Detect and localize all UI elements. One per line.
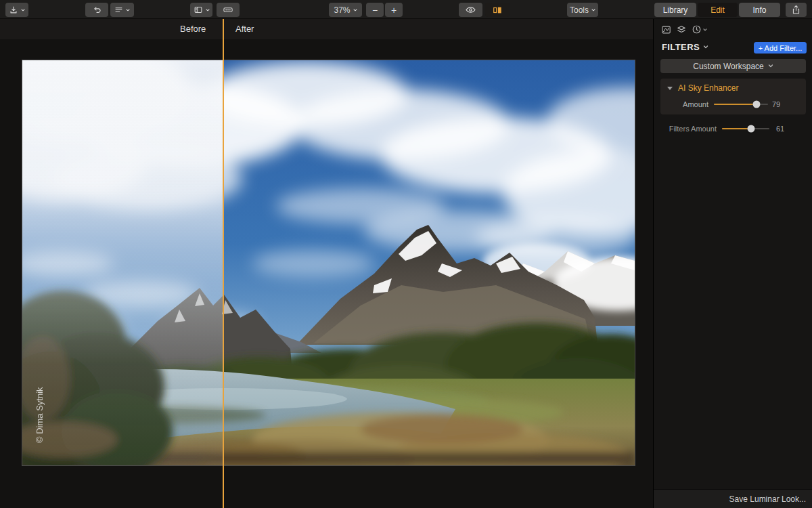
side-panel-toggle-button[interactable] <box>190 3 212 17</box>
before-after-compare-icon <box>492 5 503 15</box>
workspace-dropdown[interactable]: Custom Workspace <box>660 59 806 73</box>
history-button[interactable] <box>692 24 707 35</box>
histogram-button[interactable] <box>661 25 671 35</box>
tab-edit[interactable]: Edit <box>698 3 738 17</box>
sidebar-icon-row <box>661 24 707 35</box>
side-panel-toggle-icon <box>194 5 203 14</box>
filters-amount-value: 61 <box>776 125 784 133</box>
layers-button[interactable] <box>676 24 687 35</box>
top-toolbar: 37% − + Tools <box>0 0 812 19</box>
filters-amount-slider-handle[interactable] <box>747 125 754 133</box>
amount-label: Amount <box>660 100 708 108</box>
plus-icon: + <box>391 5 397 16</box>
photo-canvas[interactable]: © Dima Sytnik <box>22 60 635 465</box>
presets-button[interactable] <box>110 3 134 17</box>
tab-info-label: Info <box>752 5 766 15</box>
filter-title: AI Sky Enhancer <box>678 83 738 93</box>
chevron-down-icon <box>21 9 25 12</box>
filters-header-label: FILTERS <box>662 42 700 52</box>
presets-list-icon <box>114 5 123 14</box>
ai-sky-enhancer-header[interactable]: AI Sky Enhancer <box>660 83 738 93</box>
luminar-editor-window: 37% − + Tools <box>0 0 812 508</box>
filters-header[interactable]: FILTERS <box>662 42 708 52</box>
filmstrip-toggle-button[interactable] <box>217 3 240 17</box>
photo-credit: © Dima Sytnik <box>35 387 45 443</box>
share-icon <box>792 5 800 15</box>
undo-button[interactable] <box>85 3 108 17</box>
save-luminar-look-button[interactable]: Save Luminar Look... <box>729 494 806 504</box>
zoom-level-dropdown[interactable]: 37% <box>329 3 362 17</box>
chevron-down-icon <box>126 9 130 12</box>
before-label: Before <box>180 24 206 34</box>
export-icon <box>9 5 18 15</box>
tools-dropdown-button[interactable]: Tools <box>567 3 598 17</box>
chevron-down-icon <box>768 64 773 68</box>
amount-slider[interactable] <box>714 104 768 105</box>
history-clock-icon <box>692 24 702 35</box>
chevron-down-icon <box>703 45 708 49</box>
undo-arrow-icon <box>92 5 102 15</box>
share-button[interactable] <box>786 3 807 17</box>
amount-slider-handle[interactable] <box>753 101 761 108</box>
compare-toggle-button[interactable] <box>485 3 510 17</box>
preview-eye-icon <box>465 5 476 14</box>
workspace-label: Custom Workspace <box>693 62 763 71</box>
ai-sky-enhancer-panel: AI Sky Enhancer Amount 79 <box>660 79 806 114</box>
filmstrip-toggle-icon <box>223 5 233 14</box>
tab-library[interactable]: Library <box>654 3 696 17</box>
tab-info[interactable]: Info <box>739 3 780 17</box>
add-filter-button[interactable]: + Add Filter... <box>754 42 807 54</box>
filters-amount-slider[interactable] <box>722 128 769 129</box>
preview-eye-button[interactable] <box>459 3 482 17</box>
photo-illustration: © Dima Sytnik <box>22 60 635 465</box>
amount-slider-fill <box>714 104 757 105</box>
chevron-down-icon <box>591 9 595 12</box>
chevron-down-icon <box>353 9 357 12</box>
disclosure-triangle-icon[interactable] <box>667 87 673 90</box>
tab-edit-label: Edit <box>710 5 725 15</box>
before-wash-overlay <box>22 60 223 465</box>
tools-label: Tools <box>570 5 589 15</box>
before-after-strip: Before After <box>0 19 653 39</box>
after-label: After <box>235 24 254 34</box>
zoom-out-button[interactable]: − <box>366 3 384 17</box>
add-filter-label: + Add Filter... <box>759 44 803 52</box>
zoom-in-button[interactable]: + <box>385 3 403 17</box>
tab-library-label: Library <box>663 5 688 15</box>
filters-amount-row: Filters Amount 61 <box>654 124 812 133</box>
before-after-divider[interactable] <box>223 19 224 508</box>
edit-sidebar: FILTERS + Add Filter... Custom Workspace… <box>653 19 812 508</box>
chevron-down-icon <box>703 28 707 31</box>
chevron-down-icon <box>206 9 210 12</box>
export-button[interactable] <box>5 3 28 17</box>
zoom-level-value: 37% <box>334 5 350 15</box>
amount-value: 79 <box>772 100 780 108</box>
amount-slider-row: Amount 79 <box>660 100 806 109</box>
histogram-icon <box>661 25 671 35</box>
minus-icon: − <box>372 5 378 16</box>
layers-icon <box>676 24 687 35</box>
filters-amount-label: Filters Amount <box>659 125 717 133</box>
sidebar-footer: Save Luminar Look... <box>654 489 812 508</box>
